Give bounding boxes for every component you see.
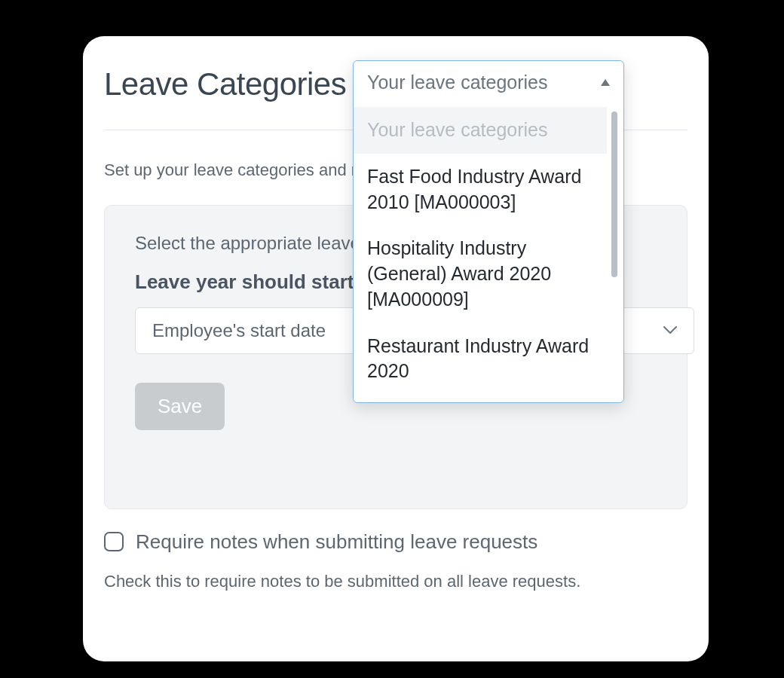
dropdown-selected-label: Your leave categories [367, 72, 548, 93]
dropdown-option[interactable]: Fast Food Industry Award 2010 [MA000003] [354, 154, 607, 226]
dropdown-header[interactable]: Your leave categories [354, 61, 623, 107]
require-notes-help: Check this to require notes to be submit… [104, 572, 688, 591]
dropdown-placeholder-item[interactable]: Your leave categories [354, 107, 607, 154]
leave-year-start-value: Employee's start date [152, 320, 326, 341]
caret-up-icon [601, 79, 610, 86]
dropdown-option[interactable]: Restaurant Industry Award 2020 [354, 323, 607, 396]
save-button[interactable]: Save [135, 383, 225, 430]
leave-categories-dropdown[interactable]: Your leave categories Your leave categor… [353, 60, 624, 403]
chevron-down-icon [663, 324, 677, 337]
require-notes-label: Require notes when submitting leave requ… [136, 530, 537, 554]
require-notes-checkbox[interactable] [104, 532, 124, 551]
require-notes-row: Require notes when submitting leave requ… [104, 530, 688, 554]
dropdown-list: Your leave categories Fast Food Industry… [354, 107, 607, 402]
dropdown-scrollbar[interactable] [607, 107, 623, 402]
dropdown-scrollbar-thumb[interactable] [611, 111, 617, 277]
dropdown-option[interactable]: Hospitality Industry (General) Award 202… [354, 225, 607, 322]
dropdown-body: Your leave categories Fast Food Industry… [354, 107, 623, 402]
